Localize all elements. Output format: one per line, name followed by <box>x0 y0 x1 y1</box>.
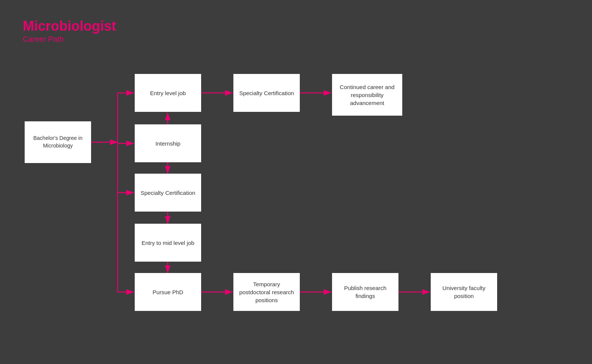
pursue-phd-box: Pursue PhD <box>135 273 201 311</box>
entry-level-box: Entry level job <box>135 74 201 112</box>
temp-postdoc-box: Temporary postdoctoral research position… <box>233 273 300 311</box>
publish-research-box: Publish research findings <box>332 273 398 311</box>
specialty-cert-mid-box: Specialty Certification <box>135 174 201 212</box>
entry-mid-box: Entry to mid level job <box>135 224 201 262</box>
specialty-cert-top-box: Specialty Certification <box>233 74 300 112</box>
university-faculty-box: University faculty position <box>431 273 497 311</box>
internship-box: Internship <box>135 124 201 162</box>
continued-career-box: Continued career and responsibility adva… <box>332 74 402 116</box>
bachelors-box: Bachelor's Degree in Microbiology <box>25 121 91 163</box>
page-title: Microbiologist <box>23 18 116 34</box>
page-subtitle: Career Path <box>23 35 116 44</box>
header: Microbiologist Career Path <box>23 18 116 44</box>
